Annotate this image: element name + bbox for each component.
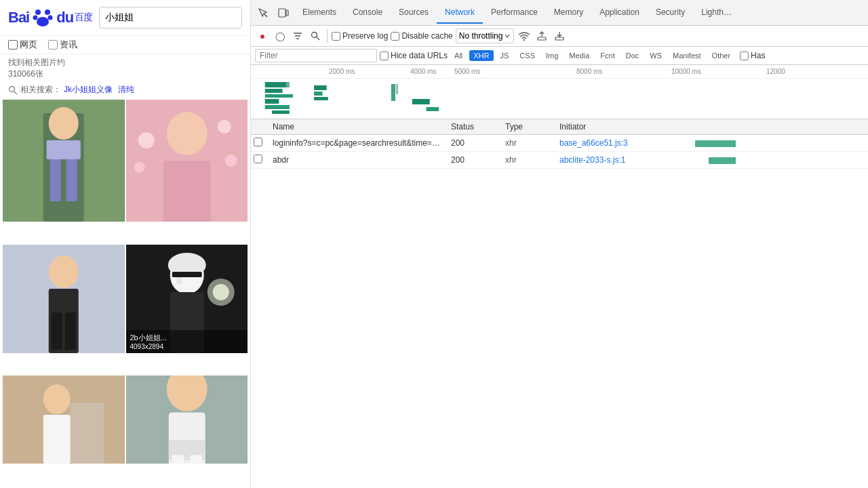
image-cell-2[interactable] — [126, 100, 248, 222]
header-waterfall[interactable] — [690, 119, 868, 134]
related-link-qingchun[interactable]: 清纯 — [118, 84, 134, 96]
svg-rect-64 — [314, 85, 327, 90]
preserve-log-checkbox[interactable] — [332, 32, 340, 41]
disable-cache-label[interactable]: Disable cache — [391, 31, 452, 41]
table-row[interactable]: abdr 200 xhr abclite-2033-s.js:1 — [251, 152, 868, 169]
svg-point-34 — [43, 384, 71, 414]
logo-bai: Bai — [8, 9, 29, 26]
search-input[interactable] — [99, 7, 242, 28]
row2-initiator: abclite-2033-s.js:1 — [554, 152, 690, 167]
clear-button[interactable]: ◯ — [273, 28, 288, 43]
image-cell-1[interactable] — [3, 100, 125, 222]
filter-other-btn[interactable]: Other — [708, 50, 735, 61]
image-overlay-4: 2b小姐姐... 4093x2894 — [126, 330, 248, 353]
svg-rect-12 — [47, 140, 81, 159]
filter-input[interactable] — [255, 49, 377, 62]
tab-sources[interactable]: Sources — [391, 2, 437, 24]
throttle-dropdown[interactable]: No throttling — [456, 28, 515, 43]
search-icon[interactable] — [308, 28, 323, 43]
filter-all-btn[interactable]: All — [450, 50, 467, 61]
row1-waterfall-bar — [695, 140, 736, 147]
svg-rect-60 — [265, 99, 279, 104]
filter-css-btn[interactable]: CSS — [515, 50, 539, 61]
baidu-logo[interactable]: Bai du 百度 — [8, 5, 92, 30]
filter-icon[interactable] — [290, 28, 305, 43]
image-1-svg — [3, 100, 125, 222]
tab-console[interactable]: Console — [344, 2, 391, 24]
inspect-icon[interactable] — [254, 3, 273, 22]
svg-rect-67 — [391, 84, 395, 101]
row2-waterfall — [690, 152, 868, 167]
nav-info[interactable]: 资讯 — [48, 39, 77, 51]
svg-line-51 — [317, 37, 320, 41]
image-3-svg — [3, 245, 125, 353]
tab-security[interactable]: Security — [648, 2, 693, 24]
devtools-panel: Elements Console Sources Network Perform… — [251, 0, 868, 488]
svg-rect-11 — [66, 154, 77, 201]
tab-memory[interactable]: Memory — [546, 2, 591, 24]
network-table[interactable]: Name Status Type Initiator logininfo?s=c… — [251, 119, 868, 488]
image-cell-6[interactable] — [126, 375, 248, 464]
device-icon[interactable] — [274, 3, 293, 22]
filter-xhr-btn[interactable]: XHR — [469, 50, 493, 61]
search-icon-small — [8, 85, 18, 95]
row1-checkbox[interactable] — [254, 138, 262, 146]
filter-ws-btn[interactable]: WS — [646, 50, 666, 61]
row1-initiator: base_a66ce51.js:3 — [554, 136, 690, 150]
row2-initiator-link[interactable]: abclite-2033-s.js:1 — [559, 155, 625, 165]
header-status[interactable]: Status — [446, 119, 500, 134]
svg-line-6 — [14, 92, 17, 94]
preserve-log-label[interactable]: Preserve log — [332, 31, 388, 41]
filter-img-btn[interactable]: Img — [542, 50, 562, 61]
svg-point-32 — [212, 284, 229, 300]
filter-media-btn[interactable]: Media — [565, 50, 593, 61]
tab-elements[interactable]: Elements — [294, 2, 344, 24]
filter-manifest-btn[interactable]: Manifest — [669, 50, 705, 61]
has-label[interactable]: Has — [740, 51, 765, 60]
timeline-area[interactable]: 2000 ms 4000 ms 5000 ms 8000 ms 10000 ms… — [251, 65, 868, 119]
overlay-size: 4093x2894 — [130, 343, 244, 350]
has-checkbox[interactable] — [740, 52, 749, 60]
hide-data-urls-checkbox[interactable] — [380, 52, 389, 60]
svg-rect-36 — [71, 403, 104, 464]
row1-checkbox-col — [251, 135, 267, 151]
tab-lighthouse[interactable]: Lighth… — [693, 2, 740, 24]
svg-rect-10 — [50, 154, 61, 201]
tab-network[interactable]: Network — [437, 2, 483, 24]
tab-application[interactable]: Application — [591, 2, 648, 24]
related-link-jk[interactable]: Jk小姐姐义像 — [64, 84, 113, 96]
svg-rect-59 — [265, 94, 293, 98]
record-button[interactable]: ● — [255, 28, 270, 43]
row2-waterfall-bar — [709, 157, 736, 164]
nav-web[interactable]: 网页 — [8, 39, 37, 51]
table-row[interactable]: logininfo?s=c=pc&page=searchresult&time=… — [251, 135, 868, 152]
row2-checkbox[interactable] — [254, 155, 262, 163]
image-cell-3[interactable] — [3, 245, 125, 353]
row1-type: xhr — [500, 136, 554, 150]
table-header: Name Status Type Initiator — [251, 119, 868, 135]
svg-rect-66 — [314, 97, 328, 100]
disable-cache-checkbox[interactable] — [391, 32, 399, 41]
svg-point-50 — [312, 33, 317, 38]
image-cell-5[interactable] — [3, 375, 125, 464]
tab-performance[interactable]: Performance — [483, 2, 546, 24]
svg-rect-65 — [314, 92, 322, 96]
filter-font-btn[interactable]: Fcnt — [596, 50, 618, 61]
image-cell-4[interactable]: 2b小姐姐... 4093x2894 — [126, 245, 248, 353]
svg-rect-55 — [555, 37, 564, 40]
header-type[interactable]: Type — [500, 119, 554, 134]
svg-rect-45 — [279, 9, 285, 17]
download-icon[interactable] — [552, 28, 567, 43]
filter-js-btn[interactable]: JS — [496, 50, 513, 61]
svg-rect-68 — [396, 84, 398, 94]
header-name[interactable]: Name — [267, 119, 446, 134]
hide-data-urls-label[interactable]: Hice data URLs — [380, 51, 448, 60]
svg-point-52 — [524, 39, 525, 41]
filter-doc-btn[interactable]: Doc — [622, 50, 644, 61]
wifi-icon[interactable] — [517, 28, 532, 43]
upload-icon[interactable] — [534, 28, 549, 43]
svg-point-5 — [9, 86, 15, 92]
row1-initiator-link[interactable]: base_a66ce51.js:3 — [559, 138, 628, 148]
header-initiator[interactable]: Initiator — [554, 119, 690, 134]
related-search: 相关搜索： Jk小姐姐义像 清纯 — [0, 83, 250, 97]
